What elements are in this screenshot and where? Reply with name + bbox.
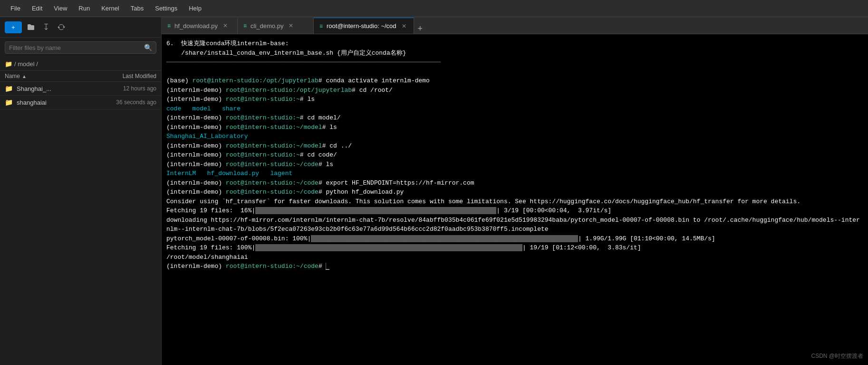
term-line: Fetching 19 files: 16%|████████ | 3/19 […: [166, 206, 863, 216]
tab-hf-download[interactable]: ≡ hf_download.py ✕: [162, 18, 238, 34]
term-line: /root/model/shanghaiai: [166, 253, 863, 262]
term-line: 6. 快速克隆conda环境internlm-base:: [166, 39, 863, 49]
term-line: (base) root@intern-studio:/opt/jupyterla…: [166, 76, 863, 86]
file-icon: ≡: [167, 22, 171, 29]
terminal[interactable]: 6. 快速克隆conda环境internlm-base: /share/inst…: [162, 34, 868, 365]
term-line: Fetching 19 files: 100%|████████████████…: [166, 243, 863, 253]
new-folder-button[interactable]: [25, 21, 37, 33]
file-modified: 12 hours ago: [80, 85, 156, 92]
term-line: InternLM hf_download.py lagent: [166, 169, 863, 178]
menu-file[interactable]: File: [6, 3, 25, 14]
menu-help[interactable]: Help: [184, 3, 206, 14]
sidebar-toolbar: + +: [0, 17, 161, 38]
term-line: (internlm-demo) root@intern-studio:~# cd…: [166, 150, 863, 160]
term-line: (internlm-demo) root@intern-studio:~/cod…: [166, 160, 863, 169]
file-list: 📁 Shanghai_... 12 hours ago 📁 shanghaiai…: [0, 82, 161, 365]
tab-close-icon[interactable]: ✕: [222, 22, 229, 30]
term-line: (internlm-demo) root@intern-studio:~/cod…: [166, 262, 863, 271]
col-name-label: Name: [5, 73, 20, 79]
file-name: shanghaiai: [17, 99, 80, 106]
search-bar[interactable]: 🔍: [5, 41, 156, 54]
menu-tabs[interactable]: Tabs: [126, 3, 148, 14]
breadcrumb: 📁 / model /: [0, 58, 161, 71]
menu-edit[interactable]: Edit: [27, 3, 47, 14]
sort-icon: ▲: [22, 74, 27, 79]
term-line: (internlm-demo) root@intern-studio:~# cd…: [166, 113, 863, 123]
search-icon: 🔍: [144, 44, 152, 51]
term-line: pytorch_model-00007-of-00008.bin: 100%|█…: [166, 234, 863, 244]
tab-label: cli_demo.py: [251, 22, 283, 30]
term-line: (internlm-demo) root@intern-studio:~# ls: [166, 95, 863, 104]
search-input[interactable]: [9, 44, 144, 51]
menubar: File Edit View Run Kernel Tabs Settings …: [0, 0, 868, 17]
term-line: /share/install_conda_env_internlm_base.s…: [166, 49, 863, 58]
main-layout: + + 🔍 📁 / model / Name ▲: [0, 17, 868, 365]
term-line: (internlm-demo) root@intern-studio:~/mod…: [166, 123, 863, 132]
term-line: (internlm-demo) root@intern-studio:/opt/…: [166, 86, 863, 95]
terminal-icon: ≡: [319, 23, 323, 30]
tab-label: root@intern-studio: ~/cod: [327, 22, 396, 30]
refresh-button[interactable]: [55, 21, 68, 33]
upload-button[interactable]: [40, 21, 52, 33]
term-line: Shanghai_AI_Laboratory: [166, 132, 863, 141]
menu-run[interactable]: Run: [74, 3, 95, 14]
watermark: CSDN @时空摆渡者: [811, 352, 863, 360]
term-line: [166, 67, 863, 77]
folder-icon: 📁: [5, 85, 13, 92]
term-line: downloading https://hf-mirror.com/intern…: [166, 216, 863, 234]
term-line: (internlm-demo) root@intern-studio:~/cod…: [166, 187, 863, 197]
tab-bar: ≡ hf_download.py ✕ ≡ cli_demo.py ✕ ≡ roo…: [162, 17, 868, 34]
term-line: ────────────────────────────────────────…: [166, 58, 863, 67]
tab-cli-demo[interactable]: ≡ cli_demo.py ✕: [238, 18, 314, 34]
file-icon: ≡: [243, 22, 247, 29]
list-item[interactable]: 📁 Shanghai_... 12 hours ago: [0, 82, 161, 96]
new-tab-button[interactable]: +: [414, 24, 427, 34]
new-launcher-button[interactable]: + +: [5, 21, 22, 33]
file-name: Shanghai_...: [17, 85, 80, 92]
content-area: ≡ hf_download.py ✕ ≡ cli_demo.py ✕ ≡ roo…: [162, 17, 868, 365]
plus-icon: +: [11, 24, 15, 31]
term-line: code model share: [166, 104, 863, 114]
menu-settings[interactable]: Settings: [150, 3, 182, 14]
list-item[interactable]: 📁 shanghaiai 36 seconds ago: [0, 96, 161, 109]
tab-label: hf_download.py: [174, 22, 218, 30]
sidebar: + + 🔍 📁 / model / Name ▲: [0, 17, 162, 365]
folder-icon: 📁: [5, 99, 13, 106]
tab-close-icon[interactable]: ✕: [400, 22, 408, 30]
folder-icon: 📁: [5, 60, 12, 68]
tab-close-icon[interactable]: ✕: [287, 22, 295, 30]
col-modified-header: Last Modified: [80, 73, 156, 79]
term-line: (internlm-demo) root@intern-studio:~/mod…: [166, 141, 863, 151]
file-list-header: Name ▲ Last Modified: [0, 71, 161, 82]
file-modified: 36 seconds ago: [80, 99, 156, 106]
col-name-header[interactable]: Name ▲: [5, 73, 80, 79]
menu-kernel[interactable]: Kernel: [96, 3, 124, 14]
menu-view[interactable]: View: [49, 3, 72, 14]
term-line: (internlm-demo) root@intern-studio:~/cod…: [166, 178, 863, 188]
term-line: Consider using `hf_transfer` for faster …: [166, 197, 863, 207]
breadcrumb-text: / model /: [14, 60, 38, 68]
tab-terminal[interactable]: ≡ root@intern-studio: ~/cod ✕: [314, 18, 414, 34]
